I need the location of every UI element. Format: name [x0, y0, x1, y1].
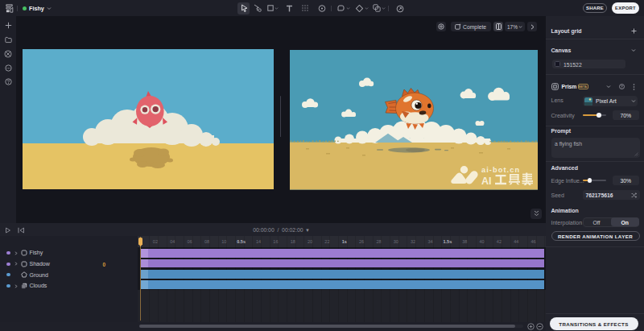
svg-text:AI: AI: [481, 176, 492, 187]
svg-text:ai-bot.cn: ai-bot.cn: [481, 166, 520, 174]
